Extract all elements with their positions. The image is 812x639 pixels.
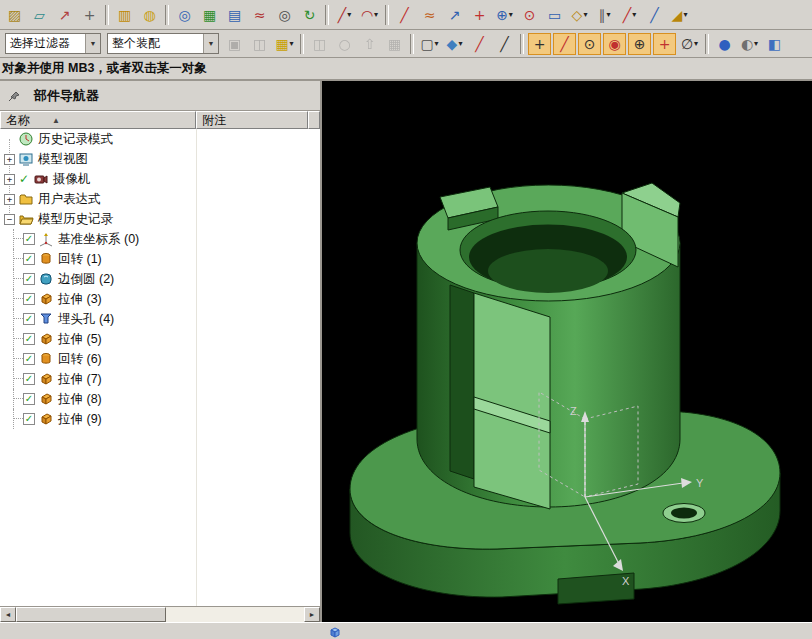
checkbox-icon[interactable]: ✓ xyxy=(23,293,35,305)
assembly-scope-dropdown-icon[interactable]: ▼ xyxy=(203,34,218,53)
tree-row[interactable]: 历史记录模式 xyxy=(0,129,320,149)
bore-floor[interactable] xyxy=(488,249,608,293)
3d-model-part[interactable]: Z Y X xyxy=(322,81,812,622)
tree-row[interactable]: +模型视图 xyxy=(0,149,320,169)
ellipse-icon[interactable]: ⊙ xyxy=(518,4,541,26)
expand-toggle[interactable]: + xyxy=(4,174,15,185)
expand-toggle[interactable]: + xyxy=(4,154,15,165)
tree-row[interactable]: ✓拉伸 (5) xyxy=(0,329,320,349)
checkbox-icon[interactable]: ✓ xyxy=(23,413,35,425)
spline-icon[interactable]: ≈ xyxy=(418,4,441,26)
tree-item-label[interactable]: 摄像机 xyxy=(53,171,91,188)
highlight-edges-icon[interactable]: ╱ xyxy=(468,33,491,55)
pattern-feature-icon[interactable]: ▦ xyxy=(198,4,221,26)
expand-toggle[interactable]: + xyxy=(4,194,15,205)
checkbox-icon[interactable]: ✓ xyxy=(23,253,35,265)
tree-item-label[interactable]: 历史记录模式 xyxy=(38,131,113,148)
expand-toggle[interactable]: − xyxy=(4,214,15,225)
quick-extend-icon[interactable]: ╱ xyxy=(643,4,666,26)
column-note[interactable]: 附注 xyxy=(196,111,308,129)
selection-scope-icon[interactable]: ◆▾ xyxy=(443,33,466,55)
slot-side-face[interactable] xyxy=(450,285,474,479)
quick-trim-icon[interactable]: ╱▾ xyxy=(618,4,641,26)
tree-row[interactable]: ✓拉伸 (8) xyxy=(0,389,320,409)
drafting-icon[interactable]: ▤ xyxy=(223,4,246,26)
scrollbar-track[interactable] xyxy=(166,607,304,622)
selection-filter-dropdown-icon[interactable]: ▼ xyxy=(85,34,100,53)
graphics-viewport[interactable]: Z Y X xyxy=(322,81,812,622)
tree-item-label[interactable]: 用户表达式 xyxy=(38,191,101,208)
column-name[interactable]: 名称 ▲ xyxy=(0,111,196,129)
sketch-icon[interactable]: ▨ xyxy=(3,4,26,26)
curve-line-icon[interactable]: ╱▾ xyxy=(333,4,356,26)
tree-row[interactable]: ✓边倒圆 (2) xyxy=(0,269,320,289)
tree-row[interactable]: ✓基准坐标系 (0) xyxy=(0,229,320,249)
tree-row[interactable]: +用户表达式 xyxy=(0,189,320,209)
tree-row[interactable]: ✓回转 (6) xyxy=(0,349,320,369)
find-icon[interactable]: ◎ xyxy=(273,4,296,26)
edit-feature-icon[interactable]: ≈ xyxy=(248,4,271,26)
view-cube-icon[interactable] xyxy=(328,625,344,639)
checkbox-icon[interactable]: ✓ xyxy=(23,333,35,345)
checkbox-icon[interactable]: ✓ xyxy=(23,393,35,405)
profile-icon[interactable]: ╱ xyxy=(393,4,416,26)
revolve-icon[interactable]: ◍ xyxy=(138,4,161,26)
render-style-icon[interactable]: ● xyxy=(713,33,736,55)
assembly-scope-combo[interactable]: 整个装配 ▼ xyxy=(107,33,219,54)
tree-item-label[interactable]: 回转 (6) xyxy=(58,351,102,368)
tree-row[interactable]: ✓埋头孔 (4) xyxy=(0,309,320,329)
tree-item-label[interactable]: 模型历史记录 xyxy=(38,211,113,228)
checkbox-icon[interactable]: ✓ xyxy=(23,233,35,245)
highlight-faces-icon[interactable]: ╱ xyxy=(493,33,516,55)
view-cube-icon[interactable]: ◧ xyxy=(763,33,786,55)
layer-settings-icon[interactable]: ▦▾ xyxy=(273,33,296,55)
tree-item-label[interactable]: 基准坐标系 (0) xyxy=(58,231,139,248)
tree-item-label[interactable]: 埋头孔 (4) xyxy=(58,311,114,328)
tree-row[interactable]: ✓拉伸 (3) xyxy=(0,289,320,309)
snap-endpoint-icon[interactable]: ╱ xyxy=(553,33,576,55)
dock-pin-icon[interactable] xyxy=(7,88,23,104)
tree-row[interactable]: ✓拉伸 (7) xyxy=(0,369,320,389)
tree-item-label[interactable]: 回转 (1) xyxy=(58,251,102,268)
checkbox-icon[interactable]: ✓ xyxy=(18,173,30,185)
update-icon[interactable]: ↻ xyxy=(298,4,321,26)
horizontal-scrollbar[interactable]: ◄ ► xyxy=(0,606,320,622)
tree-item-label[interactable]: 模型视图 xyxy=(38,151,88,168)
tree-row[interactable]: +✓摄像机 xyxy=(0,169,320,189)
tree-item-label[interactable]: 拉伸 (7) xyxy=(58,371,102,388)
hole-bore[interactable] xyxy=(671,508,697,519)
tree-row[interactable]: −模型历史记录 xyxy=(0,209,320,229)
snap-center-icon[interactable]: ◉ xyxy=(603,33,626,55)
scroll-left-icon[interactable]: ◄ xyxy=(0,607,16,622)
offset-curve-icon[interactable]: ∥▾ xyxy=(593,4,616,26)
checkbox-icon[interactable]: ✓ xyxy=(23,353,35,365)
rectangle-icon[interactable]: ▭ xyxy=(543,4,566,26)
extrude-icon[interactable]: ▥ xyxy=(113,4,136,26)
tree-row[interactable]: ✓回转 (1) xyxy=(0,249,320,269)
snap-quadrant-icon[interactable]: ⊕ xyxy=(628,33,651,55)
tree-row[interactable]: ✓拉伸 (9) xyxy=(0,409,320,429)
checkbox-icon[interactable]: ✓ xyxy=(23,273,35,285)
snap-midpoint-icon[interactable]: ⊙ xyxy=(578,33,601,55)
circle-icon[interactable]: ⊕▾ xyxy=(493,4,516,26)
polygon-icon[interactable]: ◇▾ xyxy=(568,4,591,26)
tree-item-label[interactable]: 拉伸 (9) xyxy=(58,411,102,428)
scrollbar-thumb[interactable] xyxy=(16,607,166,622)
snap-point-icon[interactable]: + xyxy=(528,33,551,55)
selection-filter-combo[interactable]: 选择过滤器 ▼ xyxy=(5,33,101,54)
marquee-select-icon[interactable]: ▢▾ xyxy=(418,33,441,55)
datum-plane-icon[interactable]: ▱ xyxy=(28,4,51,26)
tree-item-label[interactable]: 边倒圆 (2) xyxy=(58,271,114,288)
scroll-right-icon[interactable]: ► xyxy=(304,607,320,622)
snap-offset-icon[interactable]: ∅▾ xyxy=(678,33,701,55)
checkbox-icon[interactable]: ✓ xyxy=(23,313,35,325)
tree-item-label[interactable]: 拉伸 (5) xyxy=(58,331,102,348)
point-icon[interactable]: + xyxy=(78,4,101,26)
checkbox-icon[interactable]: ✓ xyxy=(23,373,35,385)
sketch-point-icon[interactable]: + xyxy=(468,4,491,26)
derived-line-icon[interactable]: ↗ xyxy=(443,4,466,26)
tree-item-label[interactable]: 拉伸 (8) xyxy=(58,391,102,408)
hole-icon[interactable]: ◎ xyxy=(173,4,196,26)
curve-arc-icon[interactable]: ◠▾ xyxy=(358,4,381,26)
datum-csys-icon[interactable]: ↗ xyxy=(53,4,76,26)
